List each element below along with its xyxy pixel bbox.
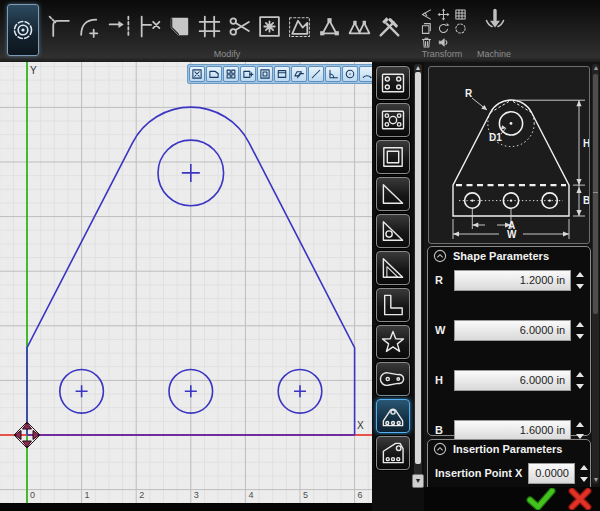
y-axis-label: Y — [30, 65, 37, 76]
transform-nest-icon[interactable] — [452, 21, 469, 35]
modify-polygon-select-icon[interactable] — [284, 6, 314, 46]
overlay-add-box-icon[interactable] — [240, 66, 256, 82]
ruler-tick: 5 — [303, 490, 308, 500]
collapse-section-icon[interactable] — [433, 442, 447, 456]
overlay-duplicate-icon[interactable] — [291, 66, 307, 82]
shape-button-square-frame[interactable] — [376, 140, 410, 174]
parameter-row: B1.6000 in — [428, 420, 588, 441]
value-spinner[interactable] — [574, 372, 585, 389]
transform-move-icon[interactable] — [435, 7, 452, 21]
spin-up-icon[interactable] — [576, 322, 584, 327]
shape-button-triangle-tab[interactable] — [376, 399, 410, 433]
shape-button-l-bracket[interactable] — [376, 288, 410, 322]
ruler-tick: 1 — [85, 490, 90, 500]
shape-button-link-rod[interactable] — [376, 362, 410, 396]
parameter-value-input[interactable]: 1.2000 in — [454, 270, 571, 291]
shape-button-star[interactable] — [376, 325, 410, 359]
modify-corner-icon[interactable] — [44, 6, 74, 46]
value-spinner[interactable] — [574, 422, 585, 439]
parameter-value-input[interactable]: 6.0000 in — [454, 370, 571, 391]
preview-outline — [453, 100, 569, 216]
modify-fillet-add-icon[interactable] — [74, 6, 104, 46]
modify-explode-icon[interactable] — [254, 6, 284, 46]
value-spinner[interactable] — [574, 322, 585, 339]
scroll-up-icon[interactable]: ▲ — [592, 64, 600, 72]
parameter-row: H6.0000 in — [428, 370, 588, 391]
overlay-array-small-icon[interactable] — [223, 66, 239, 82]
modify-weld-icon[interactable] — [344, 6, 374, 46]
parameter-row: Insertion Point X0.0000 in — [428, 463, 588, 484]
shape-button-triangle-hole[interactable] — [376, 214, 410, 248]
scroll-up-icon[interactable]: ▲ — [414, 64, 422, 72]
spin-up-icon[interactable] — [580, 465, 588, 470]
modify-tools-icon[interactable] — [374, 6, 404, 46]
transform-copy-icon[interactable] — [418, 21, 435, 35]
confirm-button[interactable] — [526, 488, 556, 510]
overlay-deselect-icon[interactable] — [189, 66, 205, 82]
section-title: Shape Parameters — [453, 250, 549, 262]
parameter-value-input[interactable]: 1.6000 in — [454, 420, 571, 441]
modify-node-edit-icon[interactable] — [314, 6, 344, 46]
cancel-button[interactable] — [568, 488, 592, 510]
overlay-line-icon[interactable] — [308, 66, 324, 82]
transform-delete-icon[interactable] — [418, 35, 435, 49]
value-spinner[interactable] — [578, 465, 589, 482]
shape-button-corner-bracket[interactable] — [376, 436, 410, 470]
modify-trim-icon[interactable] — [134, 6, 164, 46]
confirm-bar — [424, 487, 600, 511]
preview-label-h: H — [583, 138, 589, 149]
spin-up-icon[interactable] — [576, 422, 584, 427]
spin-up-icon[interactable] — [576, 372, 584, 377]
parameter-row: W6.0000 in — [428, 320, 588, 341]
overlay-window-icon[interactable] — [274, 66, 290, 82]
scrollbar-thumb[interactable] — [415, 72, 421, 464]
value-spinner[interactable] — [574, 272, 585, 289]
spin-down-icon[interactable] — [576, 384, 584, 389]
ruler-tick: 2 — [139, 490, 144, 500]
shapes-tool-button[interactable] — [7, 4, 39, 56]
shape-button-triangle-frame[interactable] — [376, 251, 410, 285]
spin-down-icon[interactable] — [580, 477, 588, 482]
x-axis-label: X — [357, 420, 364, 431]
parameter-label: W — [435, 324, 445, 336]
parameter-value-input[interactable]: 0.0000 in — [528, 463, 575, 484]
transform-rotate-icon[interactable] — [435, 21, 452, 35]
modify-chamfer-icon[interactable] — [164, 6, 194, 46]
shape-button-right-triangle[interactable] — [376, 177, 410, 211]
transform-measure-icon[interactable] — [418, 7, 435, 21]
parameter-value-input[interactable]: 6.0000 in — [454, 320, 571, 341]
overlay-arc-icon[interactable] — [359, 66, 372, 82]
modify-extend-icon[interactable] — [104, 6, 134, 46]
overlay-angle-icon[interactable] — [325, 66, 341, 82]
modify-frame-icon[interactable] — [194, 6, 224, 46]
shape-library: ▲ ▼ — [372, 62, 424, 511]
preview-label-b: B — [583, 195, 589, 206]
shape-button-plate-4-holes[interactable] — [376, 66, 410, 100]
scroll-down-icon[interactable]: ▼ — [412, 474, 424, 488]
modify-scissors-icon[interactable] — [224, 6, 254, 46]
collapse-section-icon[interactable] — [433, 249, 447, 263]
panel-scrollbar[interactable]: ▲ ▼ — [592, 64, 599, 484]
shape-button-plate-5-holes[interactable] — [376, 103, 410, 137]
scrollbar-thumb[interactable] — [593, 74, 598, 314]
drawing-canvas[interactable]: Y X 0123456 — [0, 62, 372, 511]
overlay-circle-icon[interactable] — [342, 66, 358, 82]
spin-up-icon[interactable] — [576, 272, 584, 277]
ruler-tick: 6 — [358, 490, 363, 500]
preview-label-w: W — [507, 229, 517, 240]
parameter-row: R1.2000 in — [428, 270, 588, 291]
ruler-tick: 0 — [30, 490, 35, 500]
shape-library-scrollbar[interactable]: ▲ — [414, 64, 422, 488]
overlay-offset-icon[interactable] — [257, 66, 273, 82]
shape-parameters-section: Shape Parameters R1.2000 inW6.0000 inH6.… — [427, 246, 591, 436]
spin-down-icon[interactable] — [576, 334, 584, 339]
scroll-down-icon[interactable]: ▼ — [592, 476, 600, 484]
transform-audio-icon[interactable] — [435, 35, 452, 49]
transform-array-icon[interactable] — [452, 7, 469, 21]
overlay-crop-icon[interactable] — [206, 66, 222, 82]
parameter-label: B — [435, 424, 443, 436]
spin-down-icon[interactable] — [576, 284, 584, 289]
canvas-bottom-strip — [0, 503, 372, 511]
machine-torch-icon[interactable] — [483, 8, 507, 32]
transform-group — [418, 7, 469, 49]
